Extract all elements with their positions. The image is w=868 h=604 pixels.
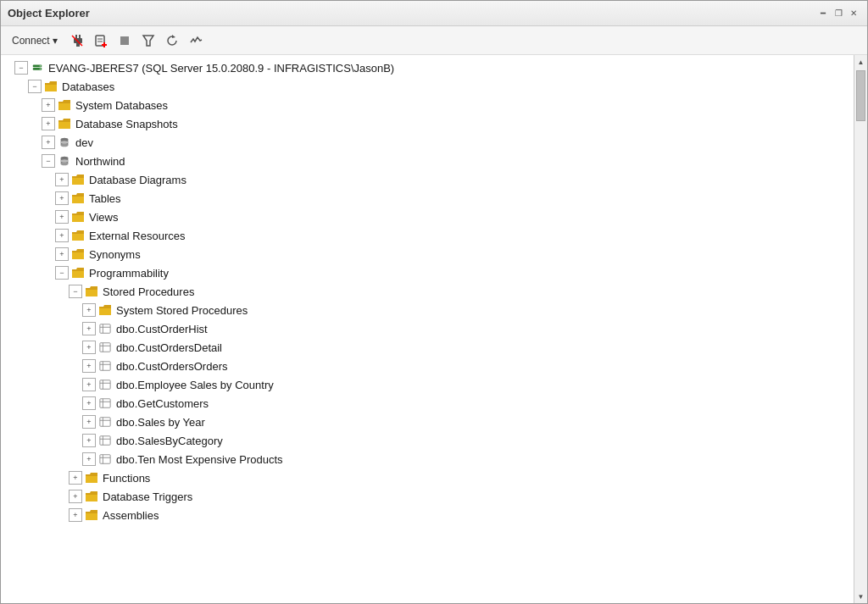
filter-icon: [142, 34, 155, 47]
server-node[interactable]: − EVANG-JBERES7 (SQL Server 15.0.2080.9 …: [1, 58, 854, 77]
vertical-scrollbar[interactable]: ▲ ▼: [854, 55, 867, 603]
db-diagrams-node[interactable]: + Database Diagrams: [1, 170, 854, 189]
northwind-node[interactable]: − Northwind: [1, 152, 854, 170]
dev-node[interactable]: + dev: [1, 133, 854, 152]
northwind-expand[interactable]: −: [42, 154, 55, 168]
proc-salesbycategory-label: dbo.SalesByCategory: [116, 435, 223, 447]
proc-tenmostexpensive-expand[interactable]: +: [82, 452, 96, 466]
tables-node[interactable]: + Tables: [1, 189, 854, 208]
connect-button[interactable]: Connect ▾: [6, 31, 64, 50]
dev-label: dev: [75, 136, 93, 149]
functions-node[interactable]: + Functions: [1, 468, 854, 487]
scroll-thumb[interactable]: [856, 70, 865, 121]
svg-point-19: [61, 144, 69, 147]
db-diagrams-expand[interactable]: +: [55, 173, 69, 186]
scroll-up-button[interactable]: ▲: [854, 55, 868, 69]
refresh-button[interactable]: [162, 30, 182, 51]
proc-employeesales-node[interactable]: + dbo.Employee Sales by Country: [1, 375, 854, 394]
stop-button[interactable]: [114, 30, 135, 51]
proc-salesbyyear-node[interactable]: + dbo.Sales by Year: [1, 413, 854, 431]
functions-icon: [85, 471, 98, 485]
svg-rect-0: [75, 35, 77, 38]
proc-salesbyyear-label: dbo.Sales by Year: [116, 416, 205, 429]
tree-panel[interactable]: − EVANG-JBERES7 (SQL Server 15.0.2080.9 …: [1, 55, 854, 603]
connect-dropdown-icon: ▾: [53, 35, 58, 47]
system-databases-folder-icon: [58, 98, 71, 112]
proc-custorderhist-expand[interactable]: +: [82, 322, 96, 335]
proc-custordersdetail-node[interactable]: + dbo.CustOrdersDetail: [1, 338, 854, 357]
disconnect-button[interactable]: [67, 30, 87, 51]
synonyms-icon: [71, 247, 85, 261]
minimize-button[interactable]: ━: [816, 7, 830, 20]
system-sp-expand[interactable]: +: [82, 303, 96, 317]
views-node[interactable]: + Views: [1, 208, 854, 226]
stored-procedures-label: Stored Procedures: [103, 285, 194, 298]
external-resources-expand[interactable]: +: [55, 229, 69, 242]
proc-salesbycategory-expand[interactable]: +: [82, 434, 96, 447]
external-resources-icon: [71, 229, 85, 242]
programmability-node[interactable]: − Programmability: [1, 263, 854, 282]
svg-point-16: [40, 68, 42, 69]
system-databases-label: System Databases: [75, 99, 168, 112]
functions-label: Functions: [103, 472, 150, 485]
title-text: Object Explorer: [8, 7, 90, 19]
filter-button[interactable]: [138, 30, 159, 51]
proc-tenmostexpensive-node[interactable]: + dbo.Ten Most Expensive Products: [1, 450, 854, 468]
assemblies-icon: [85, 508, 98, 522]
activity-monitor-button[interactable]: [186, 30, 206, 51]
programmability-expand[interactable]: −: [55, 266, 69, 280]
views-expand[interactable]: +: [55, 210, 69, 224]
scroll-track[interactable]: [854, 69, 867, 590]
proc-getcustomers-expand[interactable]: +: [82, 396, 96, 410]
external-resources-node[interactable]: + External Resources: [1, 226, 854, 245]
proc-tenmostexpensive-icon: [98, 452, 112, 466]
proc-salesbycategory-node[interactable]: + dbo.SalesByCategory: [1, 431, 854, 450]
server-label: EVANG-JBERES7 (SQL Server 15.0.2080.9 - …: [48, 62, 394, 75]
svg-rect-10: [120, 36, 129, 45]
snapshots-expand[interactable]: +: [42, 117, 55, 130]
programmability-icon: [71, 266, 85, 280]
functions-expand[interactable]: +: [69, 471, 82, 485]
synonyms-node[interactable]: + Synonyms: [1, 245, 854, 263]
proc-getcustomers-node[interactable]: + dbo.GetCustomers: [1, 394, 854, 413]
databases-expand[interactable]: −: [28, 80, 42, 93]
activity-monitor-icon: [189, 34, 203, 47]
close-button[interactable]: ✕: [847, 7, 860, 20]
views-label: Views: [89, 211, 118, 224]
new-query-button[interactable]: [91, 30, 111, 51]
proc-custordersorders-node[interactable]: + dbo.CustOrdersOrders: [1, 357, 854, 375]
svg-point-20: [61, 141, 69, 144]
system-databases-expand[interactable]: +: [42, 98, 55, 112]
proc-custorderhist-node[interactable]: + dbo.CustOrderHist: [1, 319, 854, 338]
scroll-down-button[interactable]: ▼: [854, 590, 868, 603]
server-icon: [31, 61, 44, 75]
svg-point-15: [40, 65, 42, 67]
restore-button[interactable]: ❐: [832, 7, 845, 20]
server-expand[interactable]: −: [14, 61, 28, 75]
proc-custordersdetail-expand[interactable]: +: [82, 341, 96, 354]
proc-custordersorders-expand[interactable]: +: [82, 359, 96, 373]
snapshots-label: Database Snapshots: [75, 118, 178, 130]
proc-salesbyyear-expand[interactable]: +: [82, 415, 96, 429]
synonyms-expand[interactable]: +: [55, 247, 69, 261]
stored-procedures-expand[interactable]: −: [69, 285, 82, 298]
proc-employeesales-expand[interactable]: +: [82, 378, 96, 391]
toolbar: Connect ▾: [1, 26, 867, 55]
proc-salesbyyear-icon: [98, 415, 112, 429]
refresh-icon: [165, 34, 179, 47]
dev-expand[interactable]: +: [42, 136, 55, 149]
db-triggers-node[interactable]: + Database Triggers: [1, 487, 854, 506]
tables-expand[interactable]: +: [55, 191, 69, 205]
assemblies-node[interactable]: + Assemblies: [1, 506, 854, 524]
system-stored-procedures-node[interactable]: + System Stored Procedures: [1, 301, 854, 319]
stored-procedures-node[interactable]: − Stored Procedures: [1, 282, 854, 301]
assemblies-expand[interactable]: +: [69, 508, 82, 522]
svg-rect-34: [100, 380, 110, 390]
title-bar-controls: ━ ❐ ✕: [816, 7, 860, 20]
system-databases-node[interactable]: + System Databases: [1, 96, 854, 114]
databases-node[interactable]: − Databases: [1, 77, 854, 96]
svg-marker-11: [143, 36, 153, 46]
database-snapshots-node[interactable]: + Database Snapshots: [1, 114, 854, 133]
svg-rect-1: [79, 35, 81, 38]
db-triggers-expand[interactable]: +: [69, 490, 82, 503]
